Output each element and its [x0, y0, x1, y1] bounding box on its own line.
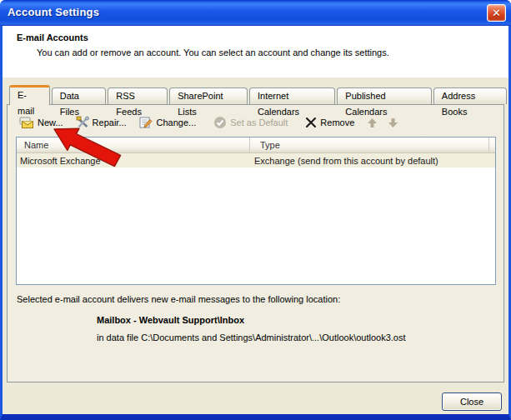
move-down-button[interactable]: [388, 118, 402, 128]
tab-strip: E-mail Data Files RSS Feeds SharePoint L…: [9, 85, 508, 104]
tab-email[interactable]: E-mail: [9, 85, 50, 105]
tab-address-books[interactable]: Address Books: [433, 88, 507, 104]
column-header-stub: [489, 138, 495, 152]
tab-data-files[interactable]: Data Files: [52, 88, 107, 104]
mailbox-location: Mailbox - Webvault Support\Inbox: [97, 315, 503, 325]
accounts-list: Name Type Microsoft Exchange Exchange (s…: [16, 137, 496, 285]
accounts-toolbar: New... Repair...: [8, 105, 503, 132]
down-arrow-icon: [388, 118, 398, 128]
close-button[interactable]: Close: [442, 392, 502, 411]
page-title: E-mail Accounts: [3, 26, 508, 42]
column-header-name[interactable]: Name: [17, 138, 250, 152]
window-close-button[interactable]: ✕: [487, 4, 506, 22]
delivery-location-note: Selected e-mail account delivers new e-m…: [17, 294, 495, 304]
tab-rss-feeds[interactable]: RSS Feeds: [108, 88, 168, 104]
close-icon: ✕: [492, 8, 501, 18]
check-circle-icon: [213, 116, 227, 129]
new-button-label: New...: [38, 118, 63, 128]
account-type: Exchange (send from this account by defa…: [250, 156, 489, 166]
header-band: E-mail Accounts You can add or remove an…: [3, 26, 508, 78]
title-bar: Account Settings ✕: [0, 0, 511, 26]
page-description: You can add or remove an account. You ca…: [3, 42, 508, 58]
account-name: Microsoft Exchange: [17, 156, 250, 166]
column-header-type[interactable]: Type: [250, 138, 489, 152]
list-header: Name Type: [17, 138, 495, 153]
tab-sharepoint-lists[interactable]: SharePoint Lists: [169, 88, 248, 104]
email-tab-page: New... Repair...: [7, 104, 504, 382]
account-row-microsoft-exchange[interactable]: Microsoft Exchange Exchange (send from t…: [17, 153, 495, 168]
data-file-path: in data file C:\Documents and Settings\A…: [97, 332, 503, 342]
tab-published-calendars[interactable]: Published Calendars: [337, 88, 432, 104]
account-settings-dialog: Account Settings ✕ E-mail Accounts You c…: [0, 0, 511, 420]
tab-internet-calendars[interactable]: Internet Calendars: [249, 88, 335, 104]
window-title: Account Settings: [8, 6, 99, 18]
remove-x-icon: [305, 117, 317, 128]
